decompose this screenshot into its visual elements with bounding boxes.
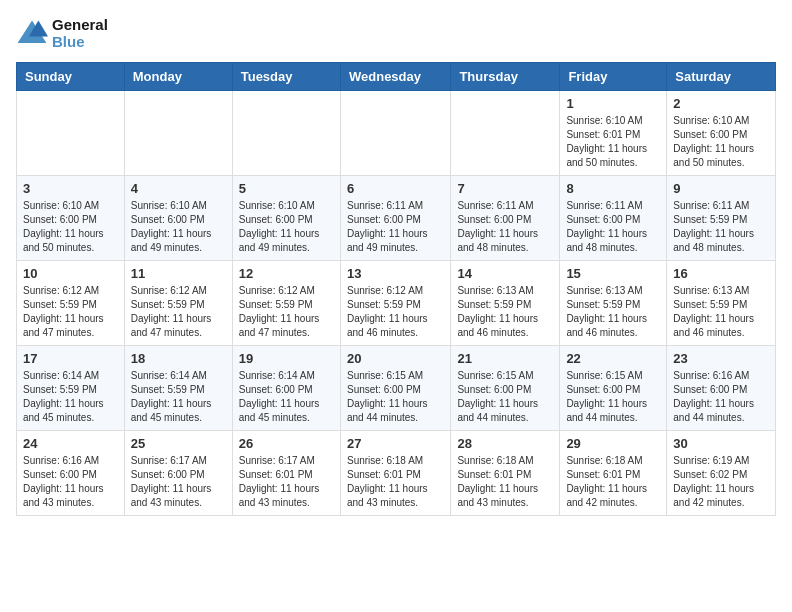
day-number: 17 — [23, 351, 118, 366]
weekday-header-saturday: Saturday — [667, 63, 776, 91]
day-number: 13 — [347, 266, 444, 281]
day-info: Sunrise: 6:18 AM Sunset: 6:01 PM Dayligh… — [566, 454, 660, 510]
day-number: 6 — [347, 181, 444, 196]
day-number: 25 — [131, 436, 226, 451]
calendar-week-4: 17Sunrise: 6:14 AM Sunset: 5:59 PM Dayli… — [17, 346, 776, 431]
day-info: Sunrise: 6:15 AM Sunset: 6:00 PM Dayligh… — [566, 369, 660, 425]
calendar-cell: 29Sunrise: 6:18 AM Sunset: 6:01 PM Dayli… — [560, 431, 667, 516]
calendar-cell: 22Sunrise: 6:15 AM Sunset: 6:00 PM Dayli… — [560, 346, 667, 431]
weekday-header-monday: Monday — [124, 63, 232, 91]
logo-text: General Blue — [52, 16, 108, 50]
day-info: Sunrise: 6:13 AM Sunset: 5:59 PM Dayligh… — [566, 284, 660, 340]
day-info: Sunrise: 6:18 AM Sunset: 6:01 PM Dayligh… — [457, 454, 553, 510]
calendar-cell: 20Sunrise: 6:15 AM Sunset: 6:00 PM Dayli… — [340, 346, 450, 431]
day-number: 23 — [673, 351, 769, 366]
day-number: 24 — [23, 436, 118, 451]
day-info: Sunrise: 6:13 AM Sunset: 5:59 PM Dayligh… — [673, 284, 769, 340]
calendar-cell: 6Sunrise: 6:11 AM Sunset: 6:00 PM Daylig… — [340, 176, 450, 261]
calendar-cell: 7Sunrise: 6:11 AM Sunset: 6:00 PM Daylig… — [451, 176, 560, 261]
day-info: Sunrise: 6:12 AM Sunset: 5:59 PM Dayligh… — [239, 284, 334, 340]
calendar-cell: 24Sunrise: 6:16 AM Sunset: 6:00 PM Dayli… — [17, 431, 125, 516]
day-info: Sunrise: 6:18 AM Sunset: 6:01 PM Dayligh… — [347, 454, 444, 510]
calendar-cell: 17Sunrise: 6:14 AM Sunset: 5:59 PM Dayli… — [17, 346, 125, 431]
day-number: 2 — [673, 96, 769, 111]
day-info: Sunrise: 6:10 AM Sunset: 6:00 PM Dayligh… — [673, 114, 769, 170]
day-info: Sunrise: 6:11 AM Sunset: 6:00 PM Dayligh… — [457, 199, 553, 255]
day-info: Sunrise: 6:14 AM Sunset: 5:59 PM Dayligh… — [23, 369, 118, 425]
weekday-header-sunday: Sunday — [17, 63, 125, 91]
day-info: Sunrise: 6:11 AM Sunset: 6:00 PM Dayligh… — [566, 199, 660, 255]
calendar-cell: 4Sunrise: 6:10 AM Sunset: 6:00 PM Daylig… — [124, 176, 232, 261]
calendar-cell — [232, 91, 340, 176]
day-info: Sunrise: 6:10 AM Sunset: 6:00 PM Dayligh… — [23, 199, 118, 255]
day-number: 1 — [566, 96, 660, 111]
day-number: 5 — [239, 181, 334, 196]
calendar-cell: 18Sunrise: 6:14 AM Sunset: 5:59 PM Dayli… — [124, 346, 232, 431]
calendar-cell: 15Sunrise: 6:13 AM Sunset: 5:59 PM Dayli… — [560, 261, 667, 346]
day-number: 27 — [347, 436, 444, 451]
calendar-cell: 8Sunrise: 6:11 AM Sunset: 6:00 PM Daylig… — [560, 176, 667, 261]
day-number: 15 — [566, 266, 660, 281]
day-info: Sunrise: 6:17 AM Sunset: 6:00 PM Dayligh… — [131, 454, 226, 510]
day-number: 26 — [239, 436, 334, 451]
day-number: 29 — [566, 436, 660, 451]
day-number: 19 — [239, 351, 334, 366]
day-number: 28 — [457, 436, 553, 451]
calendar-cell: 19Sunrise: 6:14 AM Sunset: 6:00 PM Dayli… — [232, 346, 340, 431]
weekday-header-wednesday: Wednesday — [340, 63, 450, 91]
day-number: 21 — [457, 351, 553, 366]
day-info: Sunrise: 6:12 AM Sunset: 5:59 PM Dayligh… — [347, 284, 444, 340]
page-header: General Blue — [16, 16, 776, 50]
calendar-cell: 16Sunrise: 6:13 AM Sunset: 5:59 PM Dayli… — [667, 261, 776, 346]
day-info: Sunrise: 6:17 AM Sunset: 6:01 PM Dayligh… — [239, 454, 334, 510]
calendar: SundayMondayTuesdayWednesdayThursdayFrid… — [16, 62, 776, 516]
calendar-cell: 10Sunrise: 6:12 AM Sunset: 5:59 PM Dayli… — [17, 261, 125, 346]
day-info: Sunrise: 6:11 AM Sunset: 6:00 PM Dayligh… — [347, 199, 444, 255]
day-number: 14 — [457, 266, 553, 281]
day-number: 30 — [673, 436, 769, 451]
calendar-cell: 26Sunrise: 6:17 AM Sunset: 6:01 PM Dayli… — [232, 431, 340, 516]
calendar-week-5: 24Sunrise: 6:16 AM Sunset: 6:00 PM Dayli… — [17, 431, 776, 516]
calendar-week-3: 10Sunrise: 6:12 AM Sunset: 5:59 PM Dayli… — [17, 261, 776, 346]
day-info: Sunrise: 6:12 AM Sunset: 5:59 PM Dayligh… — [23, 284, 118, 340]
calendar-cell: 23Sunrise: 6:16 AM Sunset: 6:00 PM Dayli… — [667, 346, 776, 431]
logo-icon — [16, 19, 48, 47]
day-info: Sunrise: 6:12 AM Sunset: 5:59 PM Dayligh… — [131, 284, 226, 340]
day-info: Sunrise: 6:10 AM Sunset: 6:01 PM Dayligh… — [566, 114, 660, 170]
weekday-header-thursday: Thursday — [451, 63, 560, 91]
day-info: Sunrise: 6:11 AM Sunset: 5:59 PM Dayligh… — [673, 199, 769, 255]
calendar-week-1: 1Sunrise: 6:10 AM Sunset: 6:01 PM Daylig… — [17, 91, 776, 176]
calendar-cell: 3Sunrise: 6:10 AM Sunset: 6:00 PM Daylig… — [17, 176, 125, 261]
calendar-cell: 25Sunrise: 6:17 AM Sunset: 6:00 PM Dayli… — [124, 431, 232, 516]
calendar-week-2: 3Sunrise: 6:10 AM Sunset: 6:00 PM Daylig… — [17, 176, 776, 261]
calendar-cell — [340, 91, 450, 176]
day-number: 16 — [673, 266, 769, 281]
weekday-header-friday: Friday — [560, 63, 667, 91]
weekday-header-tuesday: Tuesday — [232, 63, 340, 91]
calendar-cell: 21Sunrise: 6:15 AM Sunset: 6:00 PM Dayli… — [451, 346, 560, 431]
day-info: Sunrise: 6:15 AM Sunset: 6:00 PM Dayligh… — [347, 369, 444, 425]
calendar-cell: 14Sunrise: 6:13 AM Sunset: 5:59 PM Dayli… — [451, 261, 560, 346]
day-number: 10 — [23, 266, 118, 281]
day-number: 11 — [131, 266, 226, 281]
day-number: 7 — [457, 181, 553, 196]
day-number: 20 — [347, 351, 444, 366]
calendar-cell: 28Sunrise: 6:18 AM Sunset: 6:01 PM Dayli… — [451, 431, 560, 516]
calendar-cell: 30Sunrise: 6:19 AM Sunset: 6:02 PM Dayli… — [667, 431, 776, 516]
day-info: Sunrise: 6:10 AM Sunset: 6:00 PM Dayligh… — [239, 199, 334, 255]
calendar-cell — [17, 91, 125, 176]
day-info: Sunrise: 6:10 AM Sunset: 6:00 PM Dayligh… — [131, 199, 226, 255]
calendar-cell: 2Sunrise: 6:10 AM Sunset: 6:00 PM Daylig… — [667, 91, 776, 176]
day-number: 22 — [566, 351, 660, 366]
day-number: 18 — [131, 351, 226, 366]
calendar-cell: 12Sunrise: 6:12 AM Sunset: 5:59 PM Dayli… — [232, 261, 340, 346]
calendar-cell: 5Sunrise: 6:10 AM Sunset: 6:00 PM Daylig… — [232, 176, 340, 261]
calendar-cell — [451, 91, 560, 176]
day-info: Sunrise: 6:16 AM Sunset: 6:00 PM Dayligh… — [673, 369, 769, 425]
calendar-cell: 11Sunrise: 6:12 AM Sunset: 5:59 PM Dayli… — [124, 261, 232, 346]
calendar-cell: 9Sunrise: 6:11 AM Sunset: 5:59 PM Daylig… — [667, 176, 776, 261]
calendar-cell: 13Sunrise: 6:12 AM Sunset: 5:59 PM Dayli… — [340, 261, 450, 346]
day-number: 3 — [23, 181, 118, 196]
day-info: Sunrise: 6:14 AM Sunset: 6:00 PM Dayligh… — [239, 369, 334, 425]
logo: General Blue — [16, 16, 108, 50]
